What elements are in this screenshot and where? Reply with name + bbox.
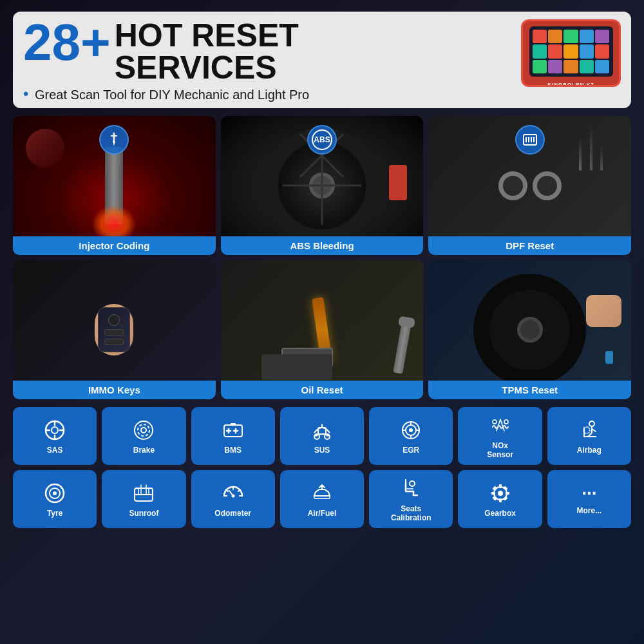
icon-row-2: Tyre Sunroof xyxy=(13,470,631,528)
icon-card-seats[interactable]: Seats Calibration xyxy=(369,470,453,528)
app-icon xyxy=(564,30,578,43)
wrench xyxy=(393,321,412,374)
odometer-icon xyxy=(222,482,245,505)
wheel-spokes xyxy=(278,142,366,229)
sunroof-label: Sunroof xyxy=(129,509,158,518)
dpf-icon xyxy=(515,125,545,155)
nox-label: NOx Sensor xyxy=(487,441,513,460)
tagline: • Great Scan Tool for DIY Mechanic and L… xyxy=(23,85,309,103)
injector-icon-svg xyxy=(106,132,122,147)
icon-card-sus[interactable]: SUS xyxy=(280,407,364,465)
app-icon xyxy=(580,30,594,43)
icon-card-tyre[interactable]: Tyre xyxy=(13,470,97,528)
icon-card-odometer[interactable]: Odometer xyxy=(191,470,275,528)
tyre-icon xyxy=(43,482,66,505)
tpms-hub xyxy=(517,317,543,343)
more-label: More... xyxy=(577,506,602,515)
oil-visual xyxy=(221,260,424,399)
tpms-wheel xyxy=(473,274,586,386)
abs-label: ABS Bleeding xyxy=(221,236,424,255)
svg-rect-65 xyxy=(491,492,495,495)
dpf-label: DPF Reset xyxy=(428,236,631,255)
svg-point-15 xyxy=(141,428,146,433)
svg-point-28 xyxy=(409,428,413,432)
svg-rect-17 xyxy=(231,423,236,426)
airfuel-icon xyxy=(310,482,334,505)
svg-rect-68 xyxy=(492,496,497,500)
icon-card-egr[interactable]: EGR xyxy=(369,407,453,465)
app-icon xyxy=(595,60,609,73)
wrench-head xyxy=(398,316,415,328)
device-image: KINGBOLEN K7 xyxy=(521,19,621,87)
tpms-visual xyxy=(428,260,631,399)
icon-card-airfuel[interactable]: Air/Fuel xyxy=(280,470,364,528)
app-icon xyxy=(548,30,562,43)
brake-caliper xyxy=(389,165,407,200)
app-icon xyxy=(580,60,594,73)
injector-icon xyxy=(99,125,129,155)
icon-card-brake[interactable]: Brake xyxy=(102,407,185,465)
device-screen xyxy=(529,26,613,77)
key-btn xyxy=(104,339,124,345)
engine-part xyxy=(26,129,64,167)
service-card-oil[interactable]: Oil Reset xyxy=(221,260,424,399)
main-title: 28+ HOT RESET SERVICES xyxy=(23,19,309,84)
icon-card-more[interactable]: ··· More... xyxy=(547,470,631,528)
service-card-immo[interactable]: IMMO Keys xyxy=(13,260,216,399)
icon-card-gearbox[interactable]: Gearbox xyxy=(458,470,542,528)
icon-card-airbag[interactable]: Airbag xyxy=(547,407,631,465)
service-card-injector[interactable]: Injector Coding xyxy=(13,116,216,255)
sus-label: SUS xyxy=(314,446,330,455)
gearbox-icon xyxy=(489,482,512,505)
gearbox-label: Gearbox xyxy=(484,509,516,518)
engine-part xyxy=(261,354,332,380)
hand-holding-key xyxy=(95,304,133,355)
key-btn xyxy=(108,314,120,326)
service-card-abs[interactable]: ABS ABS Bleeding xyxy=(221,116,424,255)
app-icon xyxy=(548,44,562,58)
service-card-dpf[interactable]: DPF Reset xyxy=(428,116,631,255)
svg-rect-66 xyxy=(506,492,509,495)
more-dots: ··· xyxy=(582,484,596,502)
app-icon xyxy=(533,30,547,43)
service-card-tpms[interactable]: TPMS Reset xyxy=(428,260,631,399)
seats-icon xyxy=(399,477,422,500)
icon-card-sas[interactable]: SAS xyxy=(13,407,97,465)
tire-sensor xyxy=(605,351,613,364)
bms-icon xyxy=(222,419,245,442)
smoke-wisp xyxy=(600,145,603,171)
svg-rect-67 xyxy=(492,486,497,490)
svg-point-59 xyxy=(410,481,415,486)
icon-card-nox[interactable]: NOx Sensor xyxy=(458,407,542,465)
app-icon xyxy=(533,60,547,73)
app-icon xyxy=(564,60,578,73)
seats-label: Seats Calibration xyxy=(391,504,431,523)
exhaust-pipes xyxy=(498,171,562,200)
icon-card-sunroof[interactable]: Sunroof xyxy=(102,470,185,528)
svg-rect-57 xyxy=(314,496,330,498)
svg-rect-63 xyxy=(499,484,502,488)
icon-card-bms[interactable]: BMS xyxy=(191,407,275,465)
brake-label: Brake xyxy=(133,446,155,455)
svg-point-8 xyxy=(52,427,58,433)
key-btn xyxy=(104,329,124,336)
airbag-label: Airbag xyxy=(577,446,601,455)
app-icon xyxy=(595,44,609,58)
svg-rect-69 xyxy=(503,486,507,490)
nox-icon xyxy=(489,414,512,437)
egr-label: EGR xyxy=(402,446,419,455)
odometer-label: Odometer xyxy=(214,509,251,518)
page: 28+ HOT RESET SERVICES • Great Scan Tool… xyxy=(0,0,644,644)
header-section: 28+ HOT RESET SERVICES • Great Scan Tool… xyxy=(13,12,631,108)
key-fob xyxy=(98,307,130,352)
svg-point-55 xyxy=(231,494,234,497)
sunroof-icon xyxy=(132,482,155,505)
sas-label: SAS xyxy=(47,446,63,455)
bullet-point: • xyxy=(23,85,28,102)
exhaust-pipe-2 xyxy=(533,171,562,200)
brake-icon xyxy=(132,419,155,442)
title-line1: HOT RESET xyxy=(115,19,299,52)
title-line2: SERVICES xyxy=(115,52,299,84)
svg-rect-44 xyxy=(138,488,149,495)
app-icon xyxy=(580,44,594,58)
